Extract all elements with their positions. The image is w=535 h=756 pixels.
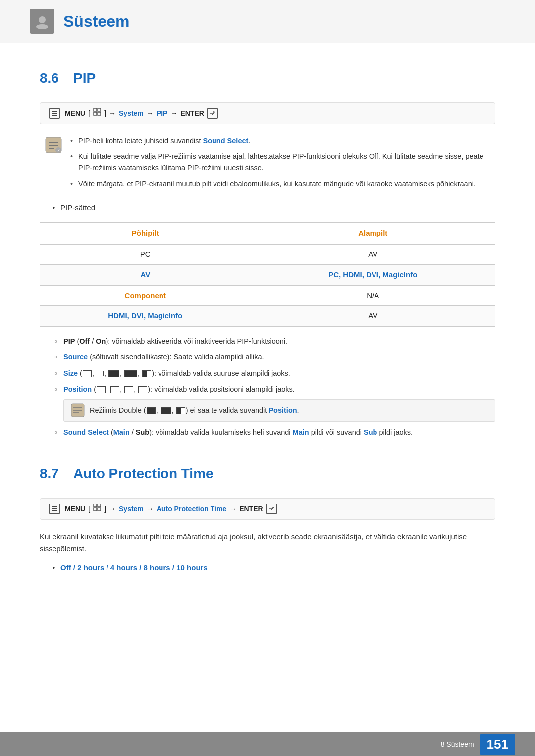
pos-icon-1 [97,386,106,393]
page-footer: 8 Süsteem 151 [0,732,535,756]
position-note-text: Režiimis Double (, , ) ei saa te valida … [90,405,299,416]
section-86-notes: ✓ PIP-heli kohta leiate juhiseid suvandi… [40,135,495,195]
page-title: Süsteem [63,9,129,33]
note-item-2: Kui lülitate seadme välja PIP-režiimis v… [68,151,495,173]
header-icon [30,9,54,34]
section-86-heading: 8.6 PIP [40,68,495,89]
position-note: Režiimis Double (, , ) ei saa te valida … [63,399,495,422]
page-header: Süsteem [0,0,535,43]
svg-rect-5 [94,108,97,111]
section-86-title: PIP [73,68,96,89]
table-cell: N/A [251,285,495,306]
menu-pip: PIP [157,108,168,119]
section-87-body: Kui ekraanil kuvatakse liikumatut pilti … [40,531,495,554]
svg-rect-23 [98,504,101,507]
table-row: HDMI, DVI, MagicInfo AV [40,306,495,327]
size-icon-2 [97,371,104,376]
size-icon-1 [83,370,92,377]
table-cell: PC, HDMI, DVI, MagicInfo [251,265,495,286]
arrow-3-87: → [229,504,236,514]
menu-system: System [119,108,144,119]
table-cell: HDMI, DVI, MagicInfo [40,306,251,327]
section-86-menu-path: MENU [ ] → System → PIP → ENTER [40,102,495,124]
table-header-pohipilt: Põhipilt [40,223,251,245]
size-icon-4 [124,370,137,377]
apt-options: Off / 2 hours / 4 hours / 8 hours / 10 h… [52,562,495,574]
pip-settings-label: PIP-sätted [52,202,495,214]
section-87-heading: 8.7 Auto Protection Time [40,463,495,484]
pip-item-sound-select: Sound Select (Main / Sub): võimaldab val… [54,427,495,438]
section-87-options: Off / 2 hours / 4 hours / 8 hours / 10 h… [40,562,495,574]
pos-icon-3 [124,386,133,393]
svg-text:✓: ✓ [57,149,60,153]
main-content: 8.6 PIP MENU [ ] → System → PIP → ENTER [0,43,535,622]
table-cell: PC [40,244,251,265]
menu-label-87: MENU [65,504,85,514]
size-icon-3 [108,370,119,377]
pip-item-source: Source (sõltuvalt sisendallikaste): Saat… [54,352,495,362]
pip-table: Põhipilt Alampilt PC AV AV PC, HDMI, DVI… [40,222,495,327]
arrow-3: → [170,108,177,119]
svg-point-0 [39,16,46,23]
pip-items-list: PIP (Off / On): võimaldab aktiveerida võ… [40,336,495,438]
menu-bracket-open-87: [ [88,504,90,514]
note-icon: ✓ [45,136,62,154]
menu-label: MENU [65,108,85,119]
menu-bracket-close: ] [104,108,106,119]
svg-rect-7 [94,112,97,115]
section-87-menu-path: MENU [ ] → System → Auto Protection Time… [40,498,495,520]
svg-rect-3 [52,113,57,114]
pos-icon-4 [138,386,147,393]
arrow-2: → [147,108,154,119]
menu-bracket-close-87: ] [104,504,106,514]
svg-rect-2 [52,111,57,112]
enter-label-87: ENTER [239,504,263,514]
note-inner-icon [71,403,85,417]
section-87-number: 8.7 [40,463,64,484]
table-row: PC AV [40,244,495,265]
note-item-3: Võite märgata, et PIP-ekraanil muutub pi… [68,178,495,189]
table-row: Component N/A [40,285,495,306]
menu-system-87: System [119,504,144,514]
apt-options-text: Off / 2 hours / 4 hours / 8 hours / 10 h… [60,563,208,572]
pip-item-size: Size (, , , , ): võimaldab valida suurus… [54,368,495,379]
svg-rect-21 [52,510,57,511]
menu-icon [49,108,60,119]
svg-rect-8 [98,112,101,115]
double-icon-2 [160,407,171,414]
table-cell: AV [251,306,495,327]
enter-label: ENTER [180,108,204,119]
section-87-title: Auto Protection Time [73,463,214,484]
enter-icon-87 [266,504,277,514]
double-icon-3 [176,407,185,414]
table-row: AV PC, HDMI, DVI, MagicInfo [40,265,495,286]
table-header-alampilt: Alampilt [251,223,495,245]
arrow-2-87: → [147,504,154,514]
table-cell: Component [40,285,251,306]
double-icon-1 [147,407,156,414]
enter-icon [207,108,218,119]
svg-point-1 [36,24,48,29]
svg-rect-6 [98,108,101,111]
menu-bracket-open: [ [88,108,90,119]
menu-apt: Auto Protection Time [157,504,226,514]
table-cell: AV [251,244,495,265]
svg-rect-4 [52,115,57,116]
table-cell: AV [40,265,251,286]
arrow-1-87: → [109,504,116,514]
section-86-number: 8.6 [40,68,64,89]
menu-grid-icon [93,108,101,119]
svg-rect-24 [94,508,97,511]
pos-icon-2 [110,386,119,393]
menu-icon-87 [49,504,60,514]
pip-item-position: Position (, , , ): võimaldab valida posi… [54,384,495,421]
note-item-1: PIP-heli kohta leiate juhiseid suvandist… [68,135,495,146]
pip-item-pip: PIP (Off / On): võimaldab aktiveerida võ… [54,336,495,347]
svg-rect-25 [98,508,101,511]
footer-text: 8 Süsteem [441,739,474,750]
svg-rect-19 [52,506,57,507]
note-content: PIP-heli kohta leiate juhiseid suvandist… [68,135,495,195]
size-icon-5 [142,370,151,377]
menu-grid-icon-87 [93,504,101,514]
footer-page-number: 151 [480,734,515,755]
